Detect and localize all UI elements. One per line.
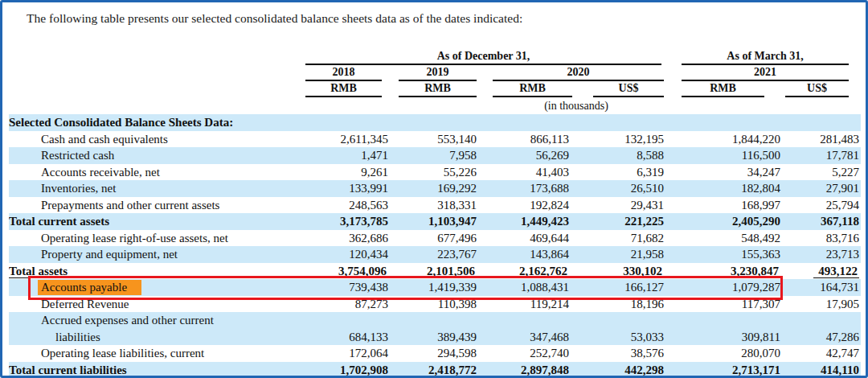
cell-value: 17,905 — [785, 296, 861, 313]
cell-value: 182,804 — [667, 180, 785, 197]
cell-value: 42,747 — [785, 345, 861, 362]
cell-value: 116,500 — [667, 147, 785, 164]
cell-value: 8,588 — [572, 147, 667, 164]
cell-value: 389,439 — [391, 312, 480, 345]
row-label: Inventories, net — [9, 180, 292, 197]
cell-value: 55,226 — [391, 164, 480, 181]
cell-value: 548,492 — [667, 230, 785, 247]
cell-value: 143,864 — [480, 246, 572, 263]
currency-header: RMB — [305, 81, 382, 97]
cell-value: 252,740 — [480, 345, 572, 362]
currency-header: US$ — [593, 81, 664, 97]
cell-value: 120,434 — [292, 246, 391, 263]
cell-value: 1,103,947 — [391, 213, 480, 230]
cell-value: 117,307 — [667, 296, 785, 313]
cell-value: 347,468 — [480, 312, 572, 345]
cell-value: 442,298 — [572, 362, 667, 378]
cell-value: 2,713,171 — [667, 362, 785, 378]
cell-value: 29,431 — [572, 197, 667, 214]
cell-value: 318,331 — [391, 197, 480, 214]
row-label: Operating lease liabilities, current — [9, 345, 292, 362]
row-label: Accounts receivable, net — [9, 164, 292, 181]
year-header-row: 2018 2019 2020 2021 — [9, 65, 861, 81]
row-label: Prepayments and other current assets — [9, 197, 292, 214]
currency-header: RMB — [682, 81, 764, 97]
units-note: (in thousands) — [292, 97, 861, 114]
cell-value: 1,079,287 — [667, 279, 785, 296]
cell-value: 1,449,423 — [480, 213, 572, 230]
cell-value: 18,196 — [572, 296, 667, 313]
cell-value: 739,438 — [292, 279, 391, 296]
cell-value: 330,102 — [572, 263, 667, 280]
row-label: Total assets — [9, 263, 292, 280]
cell-value: 294,598 — [391, 345, 480, 362]
table-row: Restricted cash1,4717,95856,2698,588116,… — [9, 147, 861, 164]
row-label-continued: liabilities — [41, 329, 292, 346]
cell-value: 87,273 — [292, 296, 391, 313]
cell-value: 684,133 — [292, 312, 391, 345]
cell-value: 2,162,762 — [480, 263, 572, 280]
table-row: Property and equipment, net120,434223,76… — [9, 246, 861, 263]
table-row: Total assets3,754,0962,101,5062,162,7623… — [9, 263, 861, 280]
row-label: Restricted cash — [9, 147, 292, 164]
cell-value: 223,767 — [391, 246, 480, 263]
header-spacer — [9, 81, 292, 97]
cell-value — [785, 114, 861, 131]
cell-value: 866,113 — [480, 131, 572, 148]
cell-value — [480, 114, 572, 131]
cell-value: 362,686 — [292, 230, 391, 247]
cell-value: 26,510 — [572, 180, 667, 197]
cell-value: 221,225 — [572, 213, 667, 230]
cell-value: 553,140 — [391, 131, 480, 148]
row-label: Deferred Revenue — [9, 296, 292, 313]
cell-value: 27,901 — [785, 180, 861, 197]
year-header-2021: 2021 — [682, 65, 849, 81]
cell-value: 83,716 — [785, 230, 861, 247]
currency-header: US$ — [785, 81, 849, 97]
table-row: Selected Consolidated Balance Sheets Dat… — [9, 114, 861, 131]
cell-value: 41,403 — [480, 164, 572, 181]
cell-value: 56,269 — [480, 147, 572, 164]
cell-value: 38,576 — [572, 345, 667, 362]
cell-value: 1,844,220 — [667, 131, 785, 148]
cell-value: 133,991 — [292, 180, 391, 197]
table-body: Selected Consolidated Balance Sheets Dat… — [9, 114, 861, 378]
row-label: Total current liabilities — [9, 362, 292, 378]
table-row: Cash and cash equivalents2,611,345553,14… — [9, 131, 861, 148]
cell-value — [391, 114, 480, 131]
cell-value: 9,261 — [292, 164, 391, 181]
cell-value — [572, 114, 667, 131]
table-row: Operating lease liabilities, current172,… — [9, 345, 861, 362]
year-header-2018: 2018 — [305, 65, 382, 81]
cell-value: 2,101,506 — [391, 263, 480, 280]
cell-value: 166,127 — [572, 279, 667, 296]
cell-value — [667, 114, 785, 131]
table-row: Prepayments and other current assets248,… — [9, 197, 861, 214]
cell-value: 169,292 — [391, 180, 480, 197]
year-header-2019: 2019 — [399, 65, 477, 81]
row-label: Operating lease right-of-use assets, net — [9, 230, 292, 247]
cell-value: 168,997 — [667, 197, 785, 214]
cell-value: 6,319 — [572, 164, 667, 181]
cell-value — [292, 114, 391, 131]
cell-value: 1,088,431 — [480, 279, 572, 296]
cell-value: 172,064 — [292, 345, 391, 362]
cell-value: 21,958 — [572, 246, 667, 263]
row-label: Accounts payable — [9, 279, 292, 296]
cell-value: 173,688 — [480, 180, 572, 197]
column-group-december: As of December 31, — [305, 49, 661, 65]
table-row: Deferred Revenue87,273110,398119,21418,1… — [9, 296, 861, 313]
cell-value: 155,363 — [667, 246, 785, 263]
cell-value: 119,214 — [480, 296, 572, 313]
table-row: Accounts receivable, net9,26155,22641,40… — [9, 164, 861, 181]
cell-value: 1,471 — [292, 147, 391, 164]
cell-value: 5,227 — [785, 164, 861, 181]
cell-value: 3,230,847 — [667, 263, 785, 280]
column-group-march: As of March 31, — [682, 49, 849, 65]
cell-value: 1,419,339 — [391, 279, 480, 296]
cell-value: 493,122 — [785, 263, 861, 280]
table-row: Operating lease right-of-use assets, net… — [9, 230, 861, 247]
cell-value: 110,398 — [391, 296, 480, 313]
highlighted-label: Accounts payable — [38, 280, 141, 295]
row-label: Property and equipment, net — [9, 246, 292, 263]
